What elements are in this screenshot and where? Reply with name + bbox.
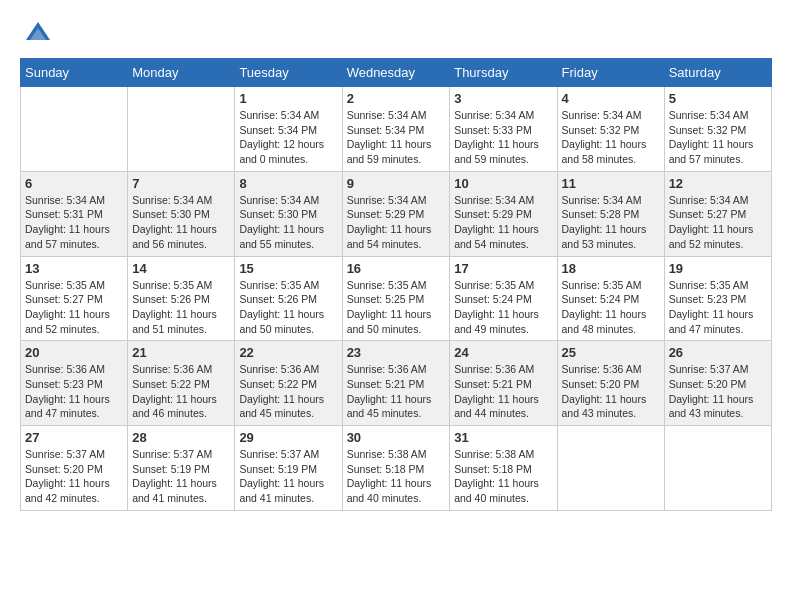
day-number: 5 <box>669 91 767 106</box>
day-info: Sunrise: 5:34 AM Sunset: 5:32 PM Dayligh… <box>669 108 767 167</box>
day-number: 9 <box>347 176 446 191</box>
day-info: Sunrise: 5:34 AM Sunset: 5:28 PM Dayligh… <box>562 193 660 252</box>
calendar-cell: 13Sunrise: 5:35 AM Sunset: 5:27 PM Dayli… <box>21 256 128 341</box>
calendar-cell: 29Sunrise: 5:37 AM Sunset: 5:19 PM Dayli… <box>235 426 342 511</box>
day-number: 8 <box>239 176 337 191</box>
calendar-cell: 25Sunrise: 5:36 AM Sunset: 5:20 PM Dayli… <box>557 341 664 426</box>
day-number: 26 <box>669 345 767 360</box>
day-info: Sunrise: 5:36 AM Sunset: 5:22 PM Dayligh… <box>132 362 230 421</box>
day-number: 10 <box>454 176 552 191</box>
calendar-cell: 12Sunrise: 5:34 AM Sunset: 5:27 PM Dayli… <box>664 171 771 256</box>
day-number: 1 <box>239 91 337 106</box>
day-info: Sunrise: 5:35 AM Sunset: 5:24 PM Dayligh… <box>562 278 660 337</box>
day-info: Sunrise: 5:35 AM Sunset: 5:23 PM Dayligh… <box>669 278 767 337</box>
day-number: 31 <box>454 430 552 445</box>
calendar-cell <box>128 87 235 172</box>
calendar-cell: 7Sunrise: 5:34 AM Sunset: 5:30 PM Daylig… <box>128 171 235 256</box>
day-number: 18 <box>562 261 660 276</box>
day-info: Sunrise: 5:34 AM Sunset: 5:27 PM Dayligh… <box>669 193 767 252</box>
weekday-header: Tuesday <box>235 59 342 87</box>
day-info: Sunrise: 5:34 AM Sunset: 5:31 PM Dayligh… <box>25 193 123 252</box>
day-info: Sunrise: 5:35 AM Sunset: 5:26 PM Dayligh… <box>239 278 337 337</box>
calendar-cell <box>664 426 771 511</box>
calendar-week-row: 6Sunrise: 5:34 AM Sunset: 5:31 PM Daylig… <box>21 171 772 256</box>
calendar-cell: 8Sunrise: 5:34 AM Sunset: 5:30 PM Daylig… <box>235 171 342 256</box>
day-info: Sunrise: 5:35 AM Sunset: 5:26 PM Dayligh… <box>132 278 230 337</box>
day-info: Sunrise: 5:36 AM Sunset: 5:21 PM Dayligh… <box>454 362 552 421</box>
day-number: 12 <box>669 176 767 191</box>
day-info: Sunrise: 5:34 AM Sunset: 5:33 PM Dayligh… <box>454 108 552 167</box>
day-info: Sunrise: 5:35 AM Sunset: 5:27 PM Dayligh… <box>25 278 123 337</box>
day-info: Sunrise: 5:34 AM Sunset: 5:30 PM Dayligh… <box>132 193 230 252</box>
day-number: 21 <box>132 345 230 360</box>
day-info: Sunrise: 5:35 AM Sunset: 5:25 PM Dayligh… <box>347 278 446 337</box>
calendar-cell: 14Sunrise: 5:35 AM Sunset: 5:26 PM Dayli… <box>128 256 235 341</box>
day-number: 11 <box>562 176 660 191</box>
calendar-cell <box>21 87 128 172</box>
calendar-cell: 23Sunrise: 5:36 AM Sunset: 5:21 PM Dayli… <box>342 341 450 426</box>
day-info: Sunrise: 5:34 AM Sunset: 5:32 PM Dayligh… <box>562 108 660 167</box>
day-info: Sunrise: 5:34 AM Sunset: 5:29 PM Dayligh… <box>454 193 552 252</box>
calendar-cell: 18Sunrise: 5:35 AM Sunset: 5:24 PM Dayli… <box>557 256 664 341</box>
day-number: 20 <box>25 345 123 360</box>
day-number: 29 <box>239 430 337 445</box>
day-number: 4 <box>562 91 660 106</box>
day-number: 22 <box>239 345 337 360</box>
page-header <box>20 20 772 48</box>
calendar-cell: 31Sunrise: 5:38 AM Sunset: 5:18 PM Dayli… <box>450 426 557 511</box>
day-info: Sunrise: 5:37 AM Sunset: 5:20 PM Dayligh… <box>25 447 123 506</box>
day-number: 2 <box>347 91 446 106</box>
day-info: Sunrise: 5:36 AM Sunset: 5:22 PM Dayligh… <box>239 362 337 421</box>
day-number: 13 <box>25 261 123 276</box>
calendar-cell: 15Sunrise: 5:35 AM Sunset: 5:26 PM Dayli… <box>235 256 342 341</box>
day-number: 30 <box>347 430 446 445</box>
calendar-cell: 28Sunrise: 5:37 AM Sunset: 5:19 PM Dayli… <box>128 426 235 511</box>
day-number: 16 <box>347 261 446 276</box>
day-number: 15 <box>239 261 337 276</box>
weekday-header: Friday <box>557 59 664 87</box>
day-info: Sunrise: 5:34 AM Sunset: 5:34 PM Dayligh… <box>239 108 337 167</box>
calendar-cell: 1Sunrise: 5:34 AM Sunset: 5:34 PM Daylig… <box>235 87 342 172</box>
day-info: Sunrise: 5:34 AM Sunset: 5:30 PM Dayligh… <box>239 193 337 252</box>
calendar-cell: 3Sunrise: 5:34 AM Sunset: 5:33 PM Daylig… <box>450 87 557 172</box>
weekday-header: Thursday <box>450 59 557 87</box>
calendar-cell: 9Sunrise: 5:34 AM Sunset: 5:29 PM Daylig… <box>342 171 450 256</box>
calendar-cell: 10Sunrise: 5:34 AM Sunset: 5:29 PM Dayli… <box>450 171 557 256</box>
weekday-header: Wednesday <box>342 59 450 87</box>
day-info: Sunrise: 5:34 AM Sunset: 5:29 PM Dayligh… <box>347 193 446 252</box>
day-info: Sunrise: 5:35 AM Sunset: 5:24 PM Dayligh… <box>454 278 552 337</box>
calendar-cell: 21Sunrise: 5:36 AM Sunset: 5:22 PM Dayli… <box>128 341 235 426</box>
calendar-cell: 30Sunrise: 5:38 AM Sunset: 5:18 PM Dayli… <box>342 426 450 511</box>
calendar-cell: 2Sunrise: 5:34 AM Sunset: 5:34 PM Daylig… <box>342 87 450 172</box>
calendar-cell: 16Sunrise: 5:35 AM Sunset: 5:25 PM Dayli… <box>342 256 450 341</box>
day-number: 23 <box>347 345 446 360</box>
weekday-header: Sunday <box>21 59 128 87</box>
day-info: Sunrise: 5:37 AM Sunset: 5:19 PM Dayligh… <box>239 447 337 506</box>
calendar-header-row: SundayMondayTuesdayWednesdayThursdayFrid… <box>21 59 772 87</box>
day-info: Sunrise: 5:36 AM Sunset: 5:21 PM Dayligh… <box>347 362 446 421</box>
day-info: Sunrise: 5:37 AM Sunset: 5:20 PM Dayligh… <box>669 362 767 421</box>
day-info: Sunrise: 5:36 AM Sunset: 5:23 PM Dayligh… <box>25 362 123 421</box>
day-number: 14 <box>132 261 230 276</box>
day-info: Sunrise: 5:34 AM Sunset: 5:34 PM Dayligh… <box>347 108 446 167</box>
day-info: Sunrise: 5:38 AM Sunset: 5:18 PM Dayligh… <box>454 447 552 506</box>
day-number: 3 <box>454 91 552 106</box>
calendar-cell: 27Sunrise: 5:37 AM Sunset: 5:20 PM Dayli… <box>21 426 128 511</box>
logo <box>20 20 52 48</box>
calendar-cell: 4Sunrise: 5:34 AM Sunset: 5:32 PM Daylig… <box>557 87 664 172</box>
day-number: 19 <box>669 261 767 276</box>
day-info: Sunrise: 5:37 AM Sunset: 5:19 PM Dayligh… <box>132 447 230 506</box>
day-number: 24 <box>454 345 552 360</box>
calendar-week-row: 20Sunrise: 5:36 AM Sunset: 5:23 PM Dayli… <box>21 341 772 426</box>
day-info: Sunrise: 5:36 AM Sunset: 5:20 PM Dayligh… <box>562 362 660 421</box>
weekday-header: Saturday <box>664 59 771 87</box>
calendar-cell: 17Sunrise: 5:35 AM Sunset: 5:24 PM Dayli… <box>450 256 557 341</box>
day-number: 28 <box>132 430 230 445</box>
weekday-header: Monday <box>128 59 235 87</box>
calendar-cell: 6Sunrise: 5:34 AM Sunset: 5:31 PM Daylig… <box>21 171 128 256</box>
calendar-cell: 26Sunrise: 5:37 AM Sunset: 5:20 PM Dayli… <box>664 341 771 426</box>
calendar-cell: 11Sunrise: 5:34 AM Sunset: 5:28 PM Dayli… <box>557 171 664 256</box>
calendar-cell: 22Sunrise: 5:36 AM Sunset: 5:22 PM Dayli… <box>235 341 342 426</box>
logo-icon <box>24 20 52 48</box>
day-number: 6 <box>25 176 123 191</box>
